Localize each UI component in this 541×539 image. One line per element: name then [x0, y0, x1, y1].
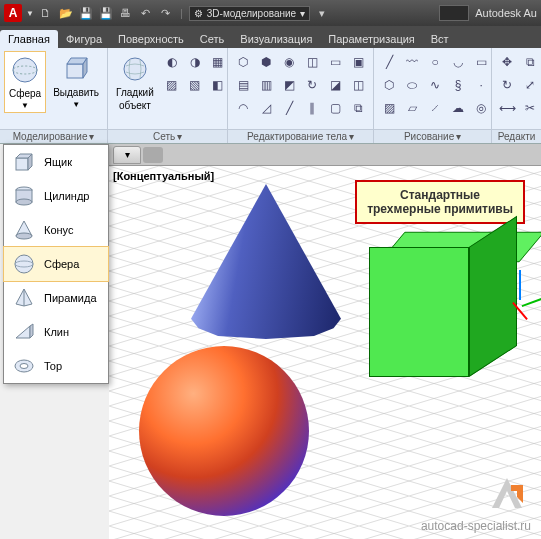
rotate-face-icon[interactable]: ↻ — [301, 74, 323, 96]
workspace-label: 3D-моделирование — [207, 8, 296, 19]
rotate-icon[interactable]: ↻ — [496, 74, 518, 96]
box-object[interactable] — [369, 231, 519, 391]
trim-icon[interactable]: ✂ — [519, 97, 541, 119]
panel-label-modeling[interactable]: Моделирование▾ — [0, 129, 107, 143]
primitive-sphere-button[interactable]: Сфера ▼ — [4, 51, 46, 113]
panel-label-solidedit[interactable]: Редактирование тела▾ — [228, 129, 373, 143]
callout-line1: Стандартные — [367, 188, 513, 202]
separate-icon[interactable]: ⧉ — [347, 97, 369, 119]
saveas-icon[interactable]: 💾 — [98, 5, 114, 21]
panel-label-modify[interactable]: Редакти — [492, 129, 541, 143]
helix-icon[interactable]: § — [447, 74, 469, 96]
mesh-more-smooth-icon[interactable]: ◐ — [161, 51, 183, 73]
mesh-uncrease-icon[interactable]: ▧ — [184, 74, 206, 96]
app-menu-button[interactable]: A — [4, 4, 22, 22]
new-document-tab[interactable] — [143, 147, 163, 163]
dropdown-item-cylinder[interactable]: Цилиндр — [4, 179, 108, 213]
dropdown-item-pyramid[interactable]: Пирамида — [4, 281, 108, 315]
dropdown-item-torus[interactable]: Тор — [4, 349, 108, 383]
polyline-icon[interactable]: 〰 — [401, 51, 423, 73]
line-icon[interactable]: ╱ — [378, 51, 400, 73]
tab-solid[interactable]: Фигура — [58, 30, 110, 48]
document-tab[interactable]: ▾ — [113, 146, 141, 164]
hatch-icon[interactable]: ▨ — [378, 97, 400, 119]
app-menu-arrow-icon[interactable]: ▼ — [26, 9, 34, 18]
copy-icon[interactable]: ⧉ — [519, 51, 541, 73]
ellipse-icon[interactable]: ⬭ — [401, 74, 423, 96]
fillet-edge-icon[interactable]: ◠ — [232, 97, 254, 119]
open-icon[interactable]: 📂 — [58, 5, 74, 21]
extrude-face-icon[interactable]: ▤ — [232, 74, 254, 96]
panel-label-mesh[interactable]: Сеть▾ — [108, 129, 227, 143]
taper-face-icon[interactable]: ◪ — [324, 74, 346, 96]
imprint-icon[interactable]: ▣ — [347, 51, 369, 73]
rectangle-icon[interactable]: ▭ — [470, 51, 492, 73]
new-icon[interactable]: 🗋 — [38, 5, 54, 21]
primitive-dropdown: Ящик Цилиндр Конус Сфера Пирамида Клин Т… — [3, 144, 109, 384]
polygon-icon[interactable]: ⬡ — [378, 74, 400, 96]
move-face-icon[interactable]: ▥ — [255, 74, 277, 96]
dropdown-item-wedge[interactable]: Клин — [4, 315, 108, 349]
redo-icon[interactable]: ↷ — [158, 5, 174, 21]
shell-icon[interactable]: ▢ — [324, 97, 346, 119]
revcloud-icon[interactable]: ☁ — [447, 97, 469, 119]
tab-insert[interactable]: Вст — [423, 30, 457, 48]
extrude-button[interactable]: Выдавить ▼ — [49, 51, 103, 111]
tab-render[interactable]: Визуализация — [232, 30, 320, 48]
tab-surface[interactable]: Поверхность — [110, 30, 192, 48]
visual-style-label[interactable]: [Концептуальный] — [113, 170, 214, 182]
svg-marker-18 — [16, 326, 30, 338]
tab-home[interactable]: Главная — [0, 30, 58, 48]
plot-icon[interactable]: 🖶 — [118, 5, 134, 21]
subtract-icon[interactable]: ⬢ — [255, 51, 277, 73]
thicken-icon[interactable]: ▭ — [324, 51, 346, 73]
tab-mesh[interactable]: Сеть — [192, 30, 232, 48]
scale-icon[interactable]: ⤢ — [519, 74, 541, 96]
3dpoly-icon[interactable]: ⟋ — [424, 97, 446, 119]
smooth-label1: Гладкий — [116, 87, 154, 98]
gear-icon: ⚙ — [194, 8, 203, 19]
viewport[interactable]: [Концептуальный] Стандартные трехмерные … — [109, 166, 541, 539]
panel-label-draw[interactable]: Рисование▾ — [374, 129, 491, 143]
smooth-object-button[interactable]: Гладкий объект — [112, 51, 158, 113]
mirror-icon[interactable]: ⟷ — [496, 97, 518, 119]
union-icon[interactable]: ⬡ — [232, 51, 254, 73]
offset-face-icon[interactable]: ◩ — [278, 74, 300, 96]
torus-icon — [12, 354, 36, 378]
intersect-icon[interactable]: ◉ — [278, 51, 300, 73]
color-face-icon[interactable]: ◫ — [347, 74, 369, 96]
mesh-crease-icon[interactable]: ▨ — [161, 74, 183, 96]
search-input[interactable] — [439, 5, 469, 21]
slice-icon[interactable]: ◫ — [301, 51, 323, 73]
smooth-label2: объект — [119, 100, 151, 111]
save-icon[interactable]: 💾 — [78, 5, 94, 21]
sphere-object[interactable] — [139, 346, 309, 516]
mesh-convert-icon[interactable]: ◧ — [207, 74, 229, 96]
color-edge-icon[interactable]: ╱ — [278, 97, 300, 119]
chevron-down-icon: ▾ — [300, 8, 305, 19]
region-icon[interactable]: ▱ — [401, 97, 423, 119]
point-icon[interactable]: · — [470, 74, 492, 96]
ribbon-tabs: Главная Фигура Поверхность Сеть Визуализ… — [0, 26, 541, 48]
sphere-label: Сфера — [9, 88, 41, 99]
spline-icon[interactable]: ∿ — [424, 74, 446, 96]
callout-line2: трехмерные примитивы — [367, 202, 513, 216]
donut-icon[interactable]: ◎ — [470, 97, 492, 119]
dropdown-label: Пирамида — [44, 292, 97, 304]
arc-icon[interactable]: ◡ — [447, 51, 469, 73]
dropdown-item-box[interactable]: Ящик — [4, 145, 108, 179]
undo-icon[interactable]: ↶ — [138, 5, 154, 21]
mesh-less-smooth-icon[interactable]: ◑ — [184, 51, 206, 73]
tab-parametric[interactable]: Параметризация — [320, 30, 422, 48]
move-icon[interactable]: ✥ — [496, 51, 518, 73]
dropdown-item-cone[interactable]: Конус — [4, 213, 108, 247]
circle-icon[interactable]: ○ — [424, 51, 446, 73]
chamfer-edge-icon[interactable]: ◿ — [255, 97, 277, 119]
qat-more-icon[interactable]: ▾ — [314, 5, 330, 21]
ucs-axis-icon[interactable] — [509, 286, 541, 326]
workspace-selector[interactable]: ⚙ 3D-моделирование ▾ — [189, 6, 310, 21]
copy-edge-icon[interactable]: ∥ — [301, 97, 323, 119]
cone-icon — [12, 218, 36, 242]
dropdown-item-sphere[interactable]: Сфера — [3, 246, 109, 282]
mesh-refine-icon[interactable]: ▦ — [207, 51, 229, 73]
